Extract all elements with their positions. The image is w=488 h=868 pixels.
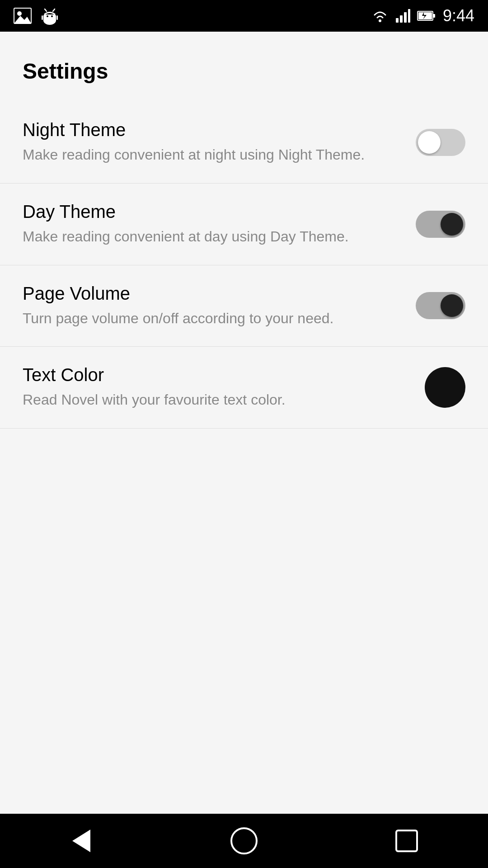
svg-rect-18	[433, 14, 435, 18]
text-color-item[interactable]: Text Color Read Novel with your favourit…	[0, 347, 488, 429]
settings-container: Settings Night Theme Make reading conven…	[0, 32, 488, 814]
day-theme-toggle-knob	[441, 213, 463, 236]
day-theme-toggle[interactable]	[416, 211, 465, 238]
back-icon	[72, 830, 90, 852]
page-volume-item[interactable]: Page Volume Turn page volume on/off acco…	[0, 265, 488, 347]
nav-back-button[interactable]	[63, 823, 99, 859]
night-theme-text: Night Theme Make reading convenient at n…	[23, 120, 416, 165]
night-theme-item[interactable]: Night Theme Make reading convenient at n…	[0, 102, 488, 184]
svg-marker-2	[14, 16, 31, 24]
android-icon	[41, 7, 59, 25]
svg-rect-14	[404, 12, 407, 23]
home-icon	[230, 827, 258, 854]
signal-icon	[396, 9, 410, 23]
status-bar: 9:44	[0, 0, 488, 32]
svg-rect-15	[408, 9, 410, 23]
nav-bar	[0, 814, 488, 868]
page-volume-desc: Turn page volume on/off according to you…	[23, 308, 398, 329]
status-bar-right: 9:44	[371, 6, 474, 25]
svg-line-7	[45, 9, 47, 11]
svg-rect-4	[43, 14, 56, 22]
nav-recent-button[interactable]	[389, 823, 425, 859]
day-theme-item[interactable]: Day Theme Make reading convenient at day…	[0, 184, 488, 265]
svg-point-5	[47, 15, 48, 17]
night-theme-title: Night Theme	[23, 120, 398, 140]
status-time: 9:44	[443, 6, 474, 25]
page-volume-toggle-knob	[441, 294, 463, 317]
day-theme-title: Day Theme	[23, 202, 398, 222]
night-theme-toggle-knob	[418, 131, 441, 154]
svg-rect-9	[42, 15, 43, 20]
day-theme-desc: Make reading convenient at day using Day…	[23, 226, 398, 247]
svg-point-11	[379, 19, 381, 22]
svg-rect-10	[56, 15, 58, 20]
text-color-desc: Read Novel with your favourite text colo…	[23, 390, 407, 410]
nav-home-button[interactable]	[226, 823, 262, 859]
svg-rect-12	[396, 18, 399, 23]
battery-icon	[417, 10, 436, 22]
image-icon	[14, 8, 32, 24]
day-theme-text: Day Theme Make reading convenient at day…	[23, 202, 416, 247]
page-volume-title: Page Volume	[23, 283, 398, 304]
svg-point-1	[17, 11, 22, 16]
svg-rect-13	[400, 15, 403, 23]
text-color-text: Text Color Read Novel with your favourit…	[23, 365, 425, 410]
night-theme-desc: Make reading convenient at night using N…	[23, 145, 398, 165]
page-volume-text: Page Volume Turn page volume on/off acco…	[23, 283, 416, 329]
svg-point-6	[51, 15, 53, 17]
status-bar-left	[14, 7, 59, 25]
recent-icon	[395, 830, 418, 852]
svg-line-8	[53, 9, 55, 11]
page-volume-toggle[interactable]	[416, 292, 465, 319]
text-color-title: Text Color	[23, 365, 407, 385]
wifi-icon	[371, 9, 389, 23]
night-theme-toggle[interactable]	[416, 129, 465, 156]
text-color-dot[interactable]	[425, 367, 465, 408]
page-title: Settings	[0, 32, 488, 102]
